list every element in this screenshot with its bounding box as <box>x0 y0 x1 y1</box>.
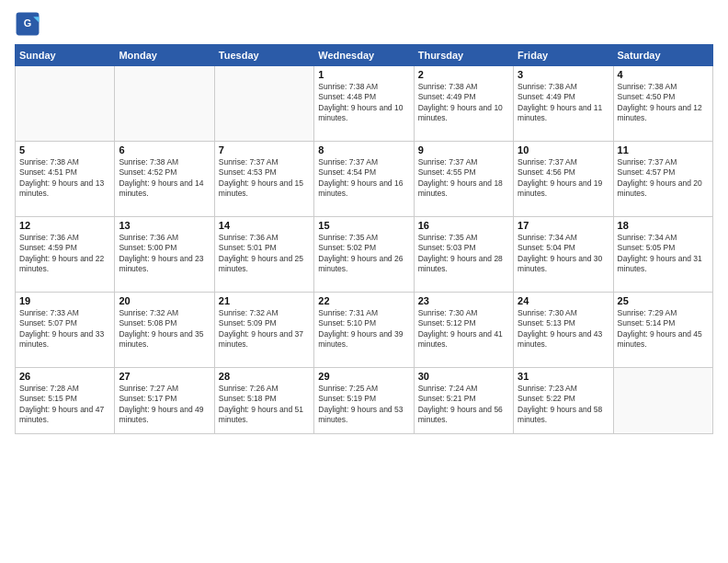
day-number: 16 <box>418 220 509 231</box>
day-number: 5 <box>19 144 110 155</box>
calendar-cell <box>115 66 214 142</box>
week-row-4: 19Sunrise: 7:33 AM Sunset: 5:07 PM Dayli… <box>16 293 713 368</box>
calendar-cell: 26Sunrise: 7:28 AM Sunset: 5:15 PM Dayli… <box>16 368 115 434</box>
cell-details: Sunrise: 7:30 AM Sunset: 5:12 PM Dayligh… <box>418 308 509 350</box>
calendar-cell: 12Sunrise: 7:36 AM Sunset: 4:59 PM Dayli… <box>16 217 115 293</box>
week-row-3: 12Sunrise: 7:36 AM Sunset: 4:59 PM Dayli… <box>16 217 713 293</box>
calendar-cell: 16Sunrise: 7:35 AM Sunset: 5:03 PM Dayli… <box>414 217 513 293</box>
cell-details: Sunrise: 7:32 AM Sunset: 5:09 PM Dayligh… <box>219 308 310 350</box>
day-number: 13 <box>119 220 210 231</box>
day-number: 19 <box>19 295 110 306</box>
header-row: SundayMondayTuesdayWednesdayThursdayFrid… <box>16 45 713 66</box>
cell-details: Sunrise: 7:35 AM Sunset: 5:03 PM Dayligh… <box>418 233 509 275</box>
day-number: 8 <box>318 144 409 155</box>
day-number: 11 <box>618 144 709 155</box>
calendar-cell: 22Sunrise: 7:31 AM Sunset: 5:10 PM Dayli… <box>314 293 414 368</box>
cell-details: Sunrise: 7:36 AM Sunset: 5:00 PM Dayligh… <box>119 233 210 275</box>
day-number: 25 <box>618 295 709 306</box>
calendar-cell: 15Sunrise: 7:35 AM Sunset: 5:02 PM Dayli… <box>314 217 414 293</box>
day-number: 21 <box>219 295 310 306</box>
calendar-cell: 13Sunrise: 7:36 AM Sunset: 5:00 PM Dayli… <box>115 217 214 293</box>
day-number: 1 <box>318 69 409 80</box>
cell-details: Sunrise: 7:38 AM Sunset: 4:52 PM Dayligh… <box>119 157 210 200</box>
cell-details: Sunrise: 7:29 AM Sunset: 5:14 PM Dayligh… <box>618 308 709 350</box>
cell-details: Sunrise: 7:37 AM Sunset: 4:56 PM Dayligh… <box>518 157 609 200</box>
week-row-1: 1Sunrise: 7:38 AM Sunset: 4:48 PM Daylig… <box>16 66 713 142</box>
calendar-cell <box>613 368 712 434</box>
calendar-cell: 14Sunrise: 7:36 AM Sunset: 5:01 PM Dayli… <box>214 217 313 293</box>
calendar-cell: 28Sunrise: 7:26 AM Sunset: 5:18 PM Dayli… <box>214 368 313 434</box>
calendar-cell: 31Sunrise: 7:23 AM Sunset: 5:22 PM Dayli… <box>514 368 613 434</box>
header: G <box>15 11 713 37</box>
day-number: 26 <box>19 371 110 382</box>
header-day-monday: Monday <box>115 45 214 66</box>
day-number: 12 <box>19 220 110 231</box>
calendar-cell: 23Sunrise: 7:30 AM Sunset: 5:12 PM Dayli… <box>414 293 513 368</box>
logo-icon: G <box>15 11 40 37</box>
day-number: 3 <box>518 69 609 80</box>
calendar-cell: 29Sunrise: 7:25 AM Sunset: 5:19 PM Dayli… <box>314 368 414 434</box>
cell-details: Sunrise: 7:38 AM Sunset: 4:49 PM Dayligh… <box>518 82 609 124</box>
cell-details: Sunrise: 7:26 AM Sunset: 5:18 PM Dayligh… <box>219 384 310 426</box>
day-number: 2 <box>418 69 509 80</box>
cell-details: Sunrise: 7:37 AM Sunset: 4:54 PM Dayligh… <box>318 157 409 200</box>
calendar-cell: 24Sunrise: 7:30 AM Sunset: 5:13 PM Dayli… <box>514 293 613 368</box>
cell-details: Sunrise: 7:36 AM Sunset: 4:59 PM Dayligh… <box>19 233 110 275</box>
calendar-cell: 7Sunrise: 7:37 AM Sunset: 4:53 PM Daylig… <box>214 142 313 217</box>
calendar-cell <box>16 66 115 142</box>
cell-details: Sunrise: 7:36 AM Sunset: 5:01 PM Dayligh… <box>219 233 310 275</box>
cell-details: Sunrise: 7:35 AM Sunset: 5:02 PM Dayligh… <box>318 233 409 275</box>
cell-details: Sunrise: 7:27 AM Sunset: 5:17 PM Dayligh… <box>119 384 210 426</box>
cell-details: Sunrise: 7:32 AM Sunset: 5:08 PM Dayligh… <box>119 308 210 350</box>
day-number: 15 <box>318 220 409 231</box>
cell-details: Sunrise: 7:23 AM Sunset: 5:22 PM Dayligh… <box>518 384 609 426</box>
day-number: 29 <box>318 371 409 382</box>
cell-details: Sunrise: 7:38 AM Sunset: 4:51 PM Dayligh… <box>19 157 110 200</box>
cell-details: Sunrise: 7:28 AM Sunset: 5:15 PM Dayligh… <box>19 384 110 426</box>
cell-details: Sunrise: 7:38 AM Sunset: 4:49 PM Dayligh… <box>418 82 509 124</box>
week-row-2: 5Sunrise: 7:38 AM Sunset: 4:51 PM Daylig… <box>16 142 713 217</box>
calendar-cell: 30Sunrise: 7:24 AM Sunset: 5:21 PM Dayli… <box>414 368 513 434</box>
day-number: 31 <box>518 371 609 382</box>
header-day-tuesday: Tuesday <box>214 45 313 66</box>
cell-details: Sunrise: 7:37 AM Sunset: 4:55 PM Dayligh… <box>418 157 509 200</box>
calendar-cell: 11Sunrise: 7:37 AM Sunset: 4:57 PM Dayli… <box>613 142 712 217</box>
cell-details: Sunrise: 7:38 AM Sunset: 4:48 PM Dayligh… <box>318 82 409 124</box>
day-number: 9 <box>418 144 509 155</box>
calendar-cell: 1Sunrise: 7:38 AM Sunset: 4:48 PM Daylig… <box>314 66 414 142</box>
day-number: 23 <box>418 295 509 306</box>
day-number: 4 <box>618 69 709 80</box>
day-number: 18 <box>618 220 709 231</box>
cell-details: Sunrise: 7:31 AM Sunset: 5:10 PM Dayligh… <box>318 308 409 350</box>
logo: G <box>15 11 44 37</box>
header-day-sunday: Sunday <box>16 45 115 66</box>
calendar-cell: 10Sunrise: 7:37 AM Sunset: 4:56 PM Dayli… <box>514 142 613 217</box>
calendar-cell: 19Sunrise: 7:33 AM Sunset: 5:07 PM Dayli… <box>16 293 115 368</box>
header-day-friday: Friday <box>514 45 613 66</box>
calendar-cell: 3Sunrise: 7:38 AM Sunset: 4:49 PM Daylig… <box>514 66 613 142</box>
calendar-page: G SundayMondayTuesdayWednesdayThursdayFr… <box>0 0 728 563</box>
cell-details: Sunrise: 7:37 AM Sunset: 4:53 PM Dayligh… <box>219 157 310 200</box>
day-number: 7 <box>219 144 310 155</box>
day-number: 24 <box>518 295 609 306</box>
calendar-cell: 6Sunrise: 7:38 AM Sunset: 4:52 PM Daylig… <box>115 142 214 217</box>
cell-details: Sunrise: 7:34 AM Sunset: 5:04 PM Dayligh… <box>518 233 609 275</box>
header-day-saturday: Saturday <box>613 45 712 66</box>
day-number: 28 <box>219 371 310 382</box>
calendar-cell: 9Sunrise: 7:37 AM Sunset: 4:55 PM Daylig… <box>414 142 513 217</box>
calendar-cell: 2Sunrise: 7:38 AM Sunset: 4:49 PM Daylig… <box>414 66 513 142</box>
svg-text:G: G <box>24 17 31 29</box>
calendar-cell: 25Sunrise: 7:29 AM Sunset: 5:14 PM Dayli… <box>613 293 712 368</box>
cell-details: Sunrise: 7:25 AM Sunset: 5:19 PM Dayligh… <box>318 384 409 426</box>
calendar-cell: 20Sunrise: 7:32 AM Sunset: 5:08 PM Dayli… <box>115 293 214 368</box>
calendar-cell: 27Sunrise: 7:27 AM Sunset: 5:17 PM Dayli… <box>115 368 214 434</box>
calendar-cell: 5Sunrise: 7:38 AM Sunset: 4:51 PM Daylig… <box>16 142 115 217</box>
cell-details: Sunrise: 7:24 AM Sunset: 5:21 PM Dayligh… <box>418 384 509 426</box>
day-number: 30 <box>418 371 509 382</box>
calendar-cell: 4Sunrise: 7:38 AM Sunset: 4:50 PM Daylig… <box>613 66 712 142</box>
week-row-5: 26Sunrise: 7:28 AM Sunset: 5:15 PM Dayli… <box>16 368 713 434</box>
calendar-table: SundayMondayTuesdayWednesdayThursdayFrid… <box>15 44 713 434</box>
calendar-cell <box>214 66 313 142</box>
day-number: 6 <box>119 144 210 155</box>
day-number: 20 <box>119 295 210 306</box>
